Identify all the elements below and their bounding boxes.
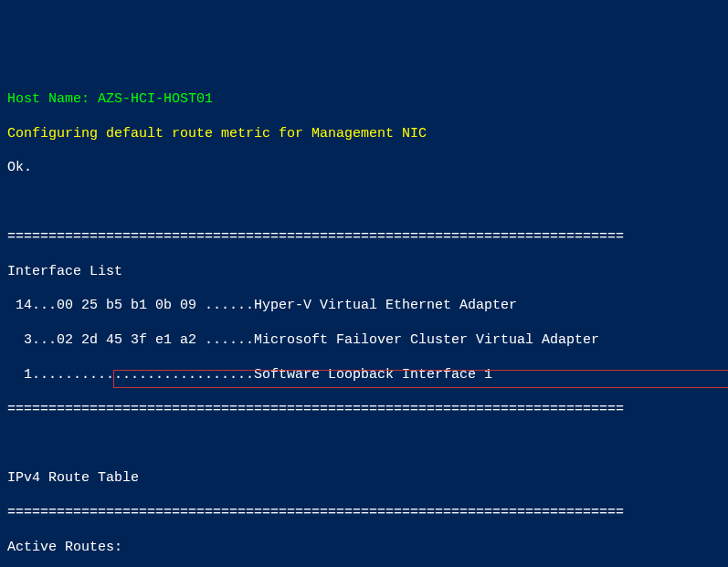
separator: ========================================… (7, 505, 721, 522)
active-routes-title: Active Routes: (7, 540, 721, 557)
hostname-label: Host Name: (7, 91, 98, 107)
separator: ========================================… (7, 402, 721, 419)
config-message: Configuring default route metric for Man… (7, 126, 721, 143)
interface-row: 14...00 25 b5 b1 0b 09 ......Hyper-V Vir… (7, 298, 721, 315)
interface-list-title: Interface List (7, 264, 721, 281)
route-table-title: IPv4 Route Table (7, 470, 721, 488)
terminal-output: Host Name: AZS-HCI-HOST01 Configuring de… (7, 74, 721, 567)
interface-row: 1...........................Software Loo… (7, 367, 721, 384)
separator: ========================================… (7, 229, 721, 247)
hostname-value: AZS-HCI-HOST01 (98, 91, 213, 107)
ok-status: Ok. (7, 160, 721, 177)
interface-row: 3...02 2d 45 3f e1 a2 ......Microsoft Fa… (7, 332, 721, 350)
